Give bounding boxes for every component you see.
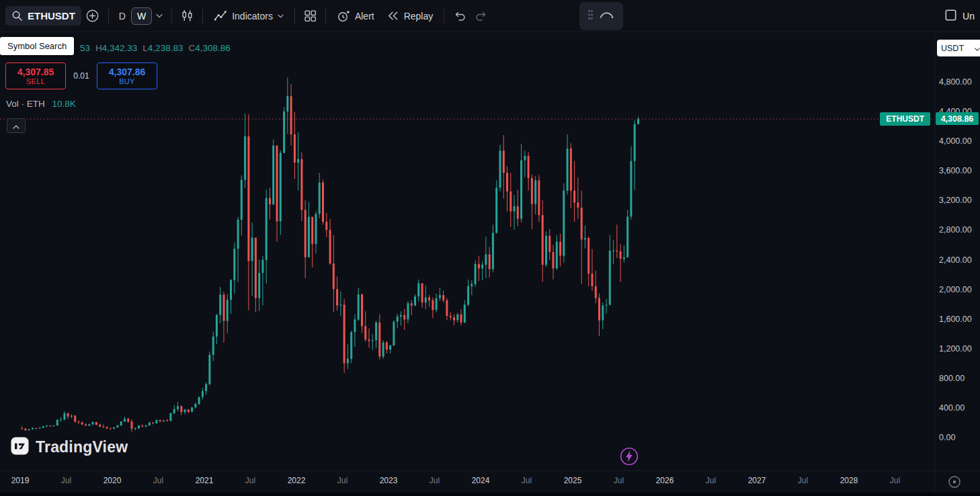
time-label-year: 2020 [104, 476, 122, 485]
toolbar-separator [171, 9, 172, 24]
symbol-name: ETHUSDT [28, 10, 75, 22]
volume-legend: Vol · ETH 10.8K [6, 99, 76, 109]
toolbar-separator [325, 9, 326, 24]
last-price-text: 4,308.86 [941, 114, 974, 124]
time-label-month: Jul [706, 476, 716, 485]
draw-pen-icon [599, 7, 615, 25]
top-toolbar: ETHUSDT D W Indicators [0, 0, 980, 32]
price-tick: 1,200.00 [939, 344, 972, 354]
drawing-toolbar-handle[interactable] [579, 2, 623, 30]
sell-price: 4,307.85 [17, 67, 54, 77]
time-label-year: 2021 [196, 476, 214, 485]
price-tick: 2,000.00 [939, 285, 972, 294]
toolbar-separator [444, 9, 444, 24]
indicators-icon [214, 9, 227, 23]
time-label-year: 2022 [288, 476, 306, 485]
undock-label-truncated: Un [963, 11, 975, 22]
toolbar-separator [202, 9, 203, 24]
add-symbol-button[interactable] [81, 5, 104, 27]
chart-pane[interactable]: Symbol Search 53H4,342.33L4,238.83C4,308… [0, 32, 934, 470]
chart-style-button[interactable] [177, 5, 198, 26]
interval-menu-button[interactable] [152, 9, 167, 22]
price-tick: 3,600.00 [939, 166, 972, 175]
layout-grid-button[interactable] [300, 5, 321, 26]
chevron-up-icon [13, 120, 19, 132]
redo-button[interactable] [471, 6, 492, 26]
search-icon [11, 10, 23, 22]
sell-button[interactable]: 4,307.85 SELL [5, 63, 66, 89]
price-tick: 2,400.00 [939, 255, 972, 265]
replay-button[interactable]: Replay [380, 5, 440, 26]
buy-label: BUY [119, 77, 135, 86]
indicators-button[interactable]: Indicators [208, 5, 290, 27]
time-label-month: Jul [245, 476, 255, 485]
alert-button[interactable]: Alert [331, 5, 380, 27]
time-label-month: Jul [61, 476, 71, 485]
currency-label: USDT [941, 44, 964, 53]
price-tick: 2,800.00 [939, 225, 972, 235]
price-tick: 1,600.00 [939, 315, 972, 324]
legend-high-prefix: H [95, 43, 102, 53]
time-label-year: 2024 [472, 476, 490, 485]
time-label-month: Jul [337, 476, 348, 485]
interval-week-label: W [137, 11, 146, 22]
interval-day-button[interactable]: D [114, 7, 131, 26]
time-label-month: Jul [614, 476, 624, 485]
buy-button[interactable]: 4,307.86 BUY [97, 63, 157, 89]
legend-close-value: 4,308.86 [195, 43, 231, 53]
replay-label: Replay [404, 11, 434, 22]
currency-dropdown[interactable]: USDT [937, 40, 980, 56]
time-label-year: 2028 [840, 476, 858, 485]
time-label-year: 2026 [656, 476, 674, 485]
last-price-tag: 4,308.86 [936, 112, 979, 125]
undock-button[interactable]: Un [944, 9, 975, 24]
chevron-down-icon [975, 44, 980, 53]
price-axis[interactable]: USDT 4,800.004,400.004,000.003,600.003,2… [934, 32, 980, 470]
legend-low-value: 4,238.83 [148, 43, 183, 53]
plus-circle-icon [85, 9, 99, 23]
price-chart-canvas[interactable] [0, 32, 934, 470]
price-tick: 4,800.00 [939, 77, 972, 87]
time-label-month: Jul [522, 476, 532, 485]
order-panel: 4,307.85 SELL 0.01 4,307.86 BUY [5, 63, 157, 89]
price-tick: 3,200.00 [939, 196, 972, 205]
legend-collapse-button[interactable] [7, 118, 26, 133]
price-tick: 800.00 [939, 374, 965, 383]
symbol-search-button[interactable]: ETHUSDT [5, 6, 81, 26]
watermark-text: TradingView [36, 438, 128, 456]
volume-label: Vol · ETH [6, 99, 45, 109]
axis-settings-icon[interactable] [947, 474, 962, 492]
alert-clock-icon [337, 9, 350, 23]
lightning-bolt-button[interactable] [620, 447, 639, 466]
interval-week-button[interactable]: W [131, 7, 152, 25]
price-tick: 400.00 [939, 403, 965, 413]
time-label-month: Jul [430, 476, 440, 485]
toolbar-separator [108, 9, 109, 24]
price-tick: 4,000.00 [939, 136, 972, 146]
buy-price: 4,307.86 [109, 67, 146, 77]
legend-low-prefix: L [142, 43, 148, 53]
undo-icon [453, 10, 466, 22]
time-label-year: 2027 [748, 476, 766, 485]
tooltip-text: Symbol Search [7, 41, 67, 51]
spread-value: 0.01 [66, 71, 97, 81]
time-label-month: Jul [890, 476, 900, 485]
time-axis[interactable]: 2019Jul2020Jul2021Jul2022Jul2023Jul2024J… [0, 470, 934, 493]
price-line-symbol-text: ETHUSDT [886, 114, 924, 124]
interval-day-label: D [119, 11, 126, 22]
sell-label: SELL [26, 77, 45, 86]
time-label-year: 2019 [11, 476, 30, 485]
indicators-label: Indicators [232, 11, 273, 22]
legend-high-value: 4,342.33 [102, 43, 138, 53]
alert-label: Alert [355, 11, 374, 22]
price-tick: 0.00 [939, 433, 955, 442]
chevron-down-icon [278, 14, 284, 18]
redo-icon [475, 10, 488, 22]
legend-open-partial: 53 [80, 43, 90, 53]
volume-value: 10.8K [52, 99, 76, 109]
bottom-strip [0, 493, 980, 496]
grid-layout-icon [304, 9, 317, 22]
undo-button[interactable] [449, 6, 471, 26]
axis-corner [934, 470, 980, 493]
drag-dots-icon [587, 9, 594, 23]
